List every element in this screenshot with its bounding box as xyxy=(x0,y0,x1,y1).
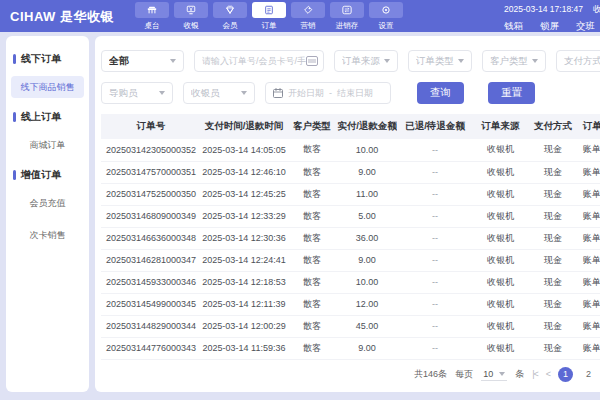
order-cell: -- xyxy=(397,271,473,293)
chevron-down-icon xyxy=(170,59,176,63)
topnav-label: 设置 xyxy=(378,20,393,30)
app-logo: CIHAW 是华收银 xyxy=(10,8,114,26)
filter-select[interactable]: 收银员 xyxy=(183,82,255,104)
order-cell: 5.00 xyxy=(337,205,397,227)
order-row[interactable]: 2025031466360003482025-03-14 12:30:36散客3… xyxy=(101,227,600,249)
topnav-inventory[interactable]: 进销存 xyxy=(328,2,365,31)
order-cell: 收银机 xyxy=(473,183,528,205)
topnav-marketing[interactable]: 营销 xyxy=(289,2,326,31)
topbar-action[interactable]: 交班 xyxy=(576,20,595,33)
order-row[interactable]: 2025031423050003522025-03-14 14:05:05散客1… xyxy=(101,139,600,161)
date-range-picker[interactable]: 开始日期 - 结束日期 xyxy=(265,82,391,104)
order-row[interactable]: 2025031459330003462025-03-14 12:18:53散客1… xyxy=(101,271,600,293)
sidebar-item[interactable]: 线下商品销售 xyxy=(11,76,84,98)
order-row[interactable]: 2025031454990003452025-03-14 12:11:39散客1… xyxy=(101,293,600,315)
order-cell: -- xyxy=(397,139,473,161)
barcode-scan-icon[interactable] xyxy=(306,56,318,66)
chevron-down-icon xyxy=(458,59,464,63)
order-cell: 202503146636000348 xyxy=(101,227,201,249)
page-size-value: 10 xyxy=(483,369,493,379)
order-cell: 现金 xyxy=(528,293,578,315)
page-number-1[interactable]: 1 xyxy=(558,367,573,382)
sidebar-item[interactable]: 会员充值 xyxy=(11,192,84,214)
order-cell: 收银机 xyxy=(473,315,528,337)
order-row[interactable]: 2025031448290003442025-03-14 12:00:29散客4… xyxy=(101,315,600,337)
query-button[interactable]: 查询 xyxy=(417,82,464,104)
page-number-2[interactable]: 2 xyxy=(581,367,596,382)
section-bullet xyxy=(13,54,16,64)
topnav-label: 进销存 xyxy=(335,20,358,30)
filter-select[interactable]: 订单来源 xyxy=(334,50,398,72)
order-cell: 散客 xyxy=(287,227,337,249)
filter-select[interactable]: 订单类型 xyxy=(408,50,472,72)
order-cell: 散客 xyxy=(287,161,337,183)
order-cell: 收银机 xyxy=(473,293,528,315)
topnav-table[interactable]: 桌台 xyxy=(133,2,170,31)
scope-select[interactable]: 全部 xyxy=(101,50,184,72)
order-cell: 202503145933000346 xyxy=(101,271,201,293)
order-search-box[interactable] xyxy=(194,50,324,72)
topnav-label: 订单 xyxy=(261,20,276,30)
sidebar-section-title: 线上订单 xyxy=(6,110,89,124)
filter-select[interactable]: 导购员 xyxy=(101,82,173,104)
order-cell: 收银机 xyxy=(473,161,528,183)
order-cell: 账单 xyxy=(578,139,600,161)
chevron-down-icon xyxy=(159,91,165,95)
order-cell: 收银机 xyxy=(473,205,528,227)
order-cell: 现金 xyxy=(528,271,578,293)
sidebar: 线下订单线下商品销售线上订单商城订单增值订单会员充值次卡销售 xyxy=(6,36,89,392)
topbar-actions: 钱箱锁屏交班 xyxy=(504,20,600,33)
filter-select[interactable]: 支付方式 xyxy=(556,50,600,72)
topnav-cashier[interactable]: 收银 xyxy=(172,2,209,31)
order-row[interactable]: 2025031468090003492025-03-14 12:33:29散客5… xyxy=(101,205,600,227)
filter-select[interactable]: 客户类型 xyxy=(482,50,546,72)
order-row[interactable]: 2025031462810003472025-03-14 12:24:41散客9… xyxy=(101,249,600,271)
calendar-icon xyxy=(273,88,283,98)
order-list-panel: 全部 订单来源订单类型客户类型支付方式 导购员收银员 开始日期 - 结束日期 查… xyxy=(95,36,600,392)
date-end[interactable]: 结束日期 xyxy=(337,87,373,100)
settings-icon xyxy=(369,2,403,18)
table-header-row: 订单号支付时间/退款时间客户类型实付/退款金额已退/待退金额订单来源支付方式订单… xyxy=(101,114,600,139)
sidebar-item[interactable]: 次卡销售 xyxy=(11,224,84,246)
order-cell: 现金 xyxy=(528,337,578,359)
total-count: 共146条 xyxy=(414,368,447,381)
order-cell: 现金 xyxy=(528,161,578,183)
topbar-action[interactable]: 钱箱 xyxy=(504,20,523,33)
order-cell: 账单 xyxy=(578,271,600,293)
topbar-action[interactable]: 锁屏 xyxy=(540,20,559,33)
column-header: 订单状态 xyxy=(578,114,600,139)
page-size-select[interactable]: 10 xyxy=(481,368,507,381)
scope-select-value: 全部 xyxy=(109,54,166,68)
staff-selects: 导购员收银员 xyxy=(101,82,255,104)
page-numbers: 12 xyxy=(558,367,596,382)
inventory-icon xyxy=(330,2,364,18)
order-cell: 收银机 xyxy=(473,249,528,271)
order-cell: -- xyxy=(397,183,473,205)
sidebar-item[interactable]: 商城订单 xyxy=(11,134,84,156)
member-icon xyxy=(213,2,247,18)
first-page-icon[interactable]: |< xyxy=(532,369,538,379)
topnav-settings[interactable]: 设置 xyxy=(367,2,404,31)
reset-button[interactable]: 重置 xyxy=(488,82,535,104)
order-cell: 散客 xyxy=(287,249,337,271)
order-cell: 2025-03-14 12:46:10 xyxy=(201,161,287,183)
order-row[interactable]: 2025031475700003512025-03-14 12:46:10散客9… xyxy=(101,161,600,183)
topnav-order[interactable]: 订单 xyxy=(250,2,287,31)
topnav-label: 桌台 xyxy=(144,20,159,30)
column-header: 实付/退款金额 xyxy=(337,114,397,139)
order-cell: 收银机 xyxy=(473,227,528,249)
order-row[interactable]: 2025031447760003432025-03-14 11:59:36散客9… xyxy=(101,337,600,359)
date-start[interactable]: 开始日期 xyxy=(288,87,324,100)
order-icon xyxy=(252,2,286,18)
order-cell: -- xyxy=(397,205,473,227)
order-cell: 202503145499000345 xyxy=(101,293,201,315)
chevron-down-icon xyxy=(384,59,390,63)
prev-page-icon[interactable]: < xyxy=(546,369,550,379)
order-cell: 账单 xyxy=(578,205,600,227)
order-row[interactable]: 2025031475250003502025-03-14 12:45:25散客1… xyxy=(101,183,600,205)
order-cell: 收银机 xyxy=(473,271,528,293)
order-cell: 2025-03-14 12:45:25 xyxy=(201,183,287,205)
order-search-input[interactable] xyxy=(202,56,306,66)
order-cell: 账单 xyxy=(578,249,600,271)
topnav-member[interactable]: 会员 xyxy=(211,2,248,31)
